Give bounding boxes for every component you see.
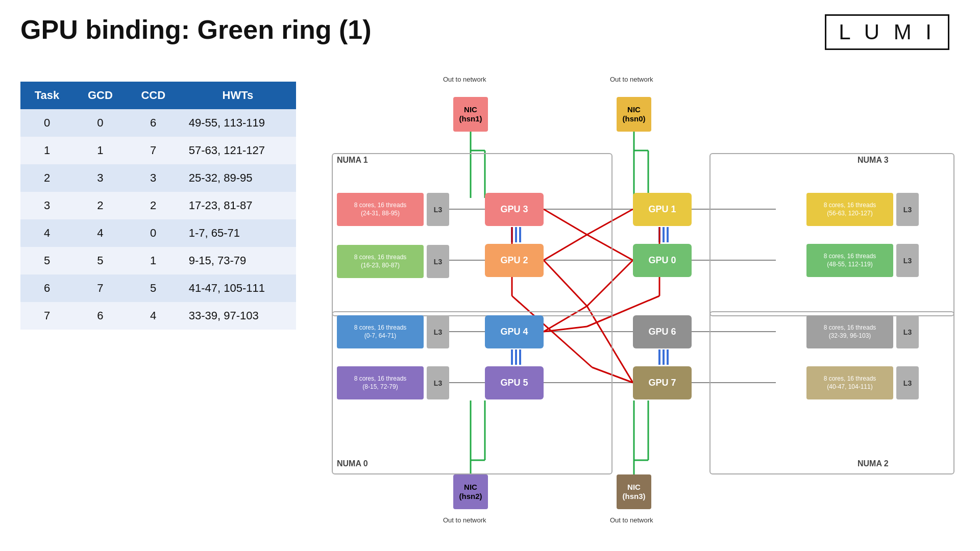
cpu-block-numa3-lower: 8 cores, 16 threads(48-55, 112-119) [806, 244, 893, 277]
numa3-box [709, 153, 954, 316]
l3-numa3-lower: L3 [896, 244, 919, 277]
gpu5-box: GPU 5 [485, 366, 544, 399]
cell-gcd: 5 [74, 247, 127, 274]
numa3-label: NUMA 3 [857, 156, 889, 165]
table-row: 32217-23, 81-87 [20, 192, 296, 219]
cell-gcd: 1 [74, 137, 127, 164]
cell-hwts: 57-63, 121-127 [180, 137, 296, 164]
network-label-hsn0: Out to network [610, 76, 653, 83]
col-hwts: HWTs [180, 82, 296, 109]
nic-hsn2: NIC(hsn2) [453, 474, 488, 509]
network-label-hsn1: Out to network [443, 76, 486, 83]
table-container: Task GCD CCD HWTs 00649-55, 113-11911757… [20, 82, 296, 330]
gpu1-box: GPU 1 [633, 193, 692, 226]
cell-ccd: 7 [127, 137, 180, 164]
cpu-block-numa3-upper: 8 cores, 16 threads(56-63, 120-127) [806, 193, 893, 226]
gpu3-box: GPU 3 [485, 193, 544, 226]
cpu-block-numa1-upper: 8 cores, 16 threads(24-31, 88-95) [337, 193, 424, 226]
cell-ccd: 2 [127, 192, 180, 219]
network-label-hsn3: Out to network [610, 516, 653, 524]
cell-ccd: 1 [127, 247, 180, 274]
numa0-label: NUMA 0 [337, 459, 368, 468]
cell-ccd: 0 [127, 219, 180, 247]
l3-numa3-upper: L3 [896, 193, 919, 226]
l3-numa0-upper: L3 [427, 315, 449, 348]
numa1-label: NUMA 1 [337, 156, 368, 165]
cell-task: 7 [20, 302, 74, 330]
col-task: Task [20, 82, 74, 109]
l3-numa1-lower: L3 [427, 245, 449, 278]
cell-gcd: 4 [74, 219, 127, 247]
cell-task: 6 [20, 274, 74, 302]
l3-numa0-lower: L3 [427, 366, 449, 399]
diagram: Out to network Out to network NIC(hsn1) … [316, 71, 960, 531]
cell-gcd: 2 [74, 192, 127, 219]
gpu4-box: GPU 4 [485, 315, 544, 348]
cell-hwts: 49-55, 113-119 [180, 109, 296, 137]
cell-hwts: 1-7, 65-71 [180, 219, 296, 247]
l3-numa2-lower: L3 [896, 366, 919, 399]
cell-task: 0 [20, 109, 74, 137]
cell-hwts: 33-39, 97-103 [180, 302, 296, 330]
gpu7-box: GPU 7 [633, 366, 692, 399]
cell-gcd: 6 [74, 302, 127, 330]
l3-numa2-upper: L3 [896, 315, 919, 348]
nic-hsn0: NIC(hsn0) [617, 97, 651, 132]
cpu-block-numa0-upper: 8 cores, 16 threads(0-7, 64-71) [337, 315, 424, 348]
cell-ccd: 6 [127, 109, 180, 137]
cell-hwts: 41-47, 105-111 [180, 274, 296, 302]
cell-task: 3 [20, 192, 74, 219]
nic-hsn1: NIC(hsn1) [453, 97, 488, 132]
table-row: 00649-55, 113-119 [20, 109, 296, 137]
table-row: 4401-7, 65-71 [20, 219, 296, 247]
gpu0-box: GPU 0 [633, 244, 692, 277]
gpu2-box: GPU 2 [485, 244, 544, 277]
cell-task: 4 [20, 219, 74, 247]
cell-task: 2 [20, 164, 74, 192]
table-row: 76433-39, 97-103 [20, 302, 296, 330]
cpu-block-numa1-lower: 8 cores, 16 threads(16-23, 80-87) [337, 245, 424, 278]
cell-hwts: 9-15, 73-79 [180, 247, 296, 274]
numa1-box [332, 153, 612, 316]
cpu-block-numa2-lower: 8 cores, 16 threads(40-47, 104-111) [806, 366, 893, 399]
binding-table: Task GCD CCD HWTs 00649-55, 113-11911757… [20, 82, 296, 330]
cell-ccd: 3 [127, 164, 180, 192]
cpu-block-numa0-lower: 8 cores, 16 threads(8-15, 72-79) [337, 366, 424, 399]
cell-task: 5 [20, 247, 74, 274]
cell-ccd: 5 [127, 274, 180, 302]
cell-task: 1 [20, 137, 74, 164]
cell-hwts: 17-23, 81-87 [180, 192, 296, 219]
cpu-block-numa2-upper: 8 cores, 16 threads(32-39, 96-103) [806, 315, 893, 348]
table-row: 5519-15, 73-79 [20, 247, 296, 274]
table-row: 23325-32, 89-95 [20, 164, 296, 192]
col-gcd: GCD [74, 82, 127, 109]
table-row: 67541-47, 105-111 [20, 274, 296, 302]
lumi-logo: L U M I [825, 14, 949, 50]
cell-ccd: 4 [127, 302, 180, 330]
cell-gcd: 3 [74, 164, 127, 192]
l3-numa1-upper: L3 [427, 193, 449, 226]
table-row: 11757-63, 121-127 [20, 137, 296, 164]
page-title: GPU binding: Green ring (1) [20, 14, 372, 45]
network-label-hsn2: Out to network [443, 516, 486, 524]
gpu6-box: GPU 6 [633, 315, 692, 348]
col-ccd: CCD [127, 82, 180, 109]
nic-hsn3: NIC(hsn3) [617, 474, 651, 509]
numa2-label: NUMA 2 [857, 459, 889, 468]
cell-gcd: 0 [74, 109, 127, 137]
cell-gcd: 7 [74, 274, 127, 302]
cell-hwts: 25-32, 89-95 [180, 164, 296, 192]
